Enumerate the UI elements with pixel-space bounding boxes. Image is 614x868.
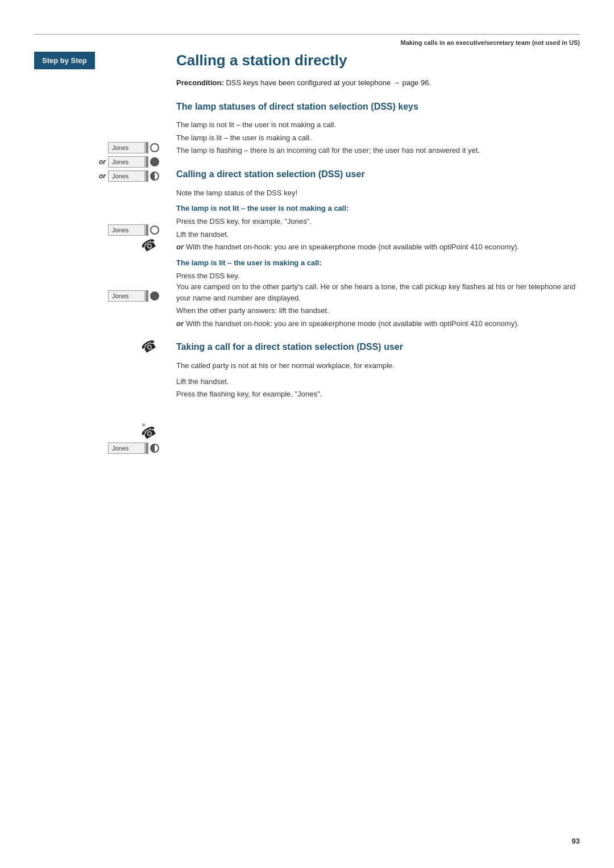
main-title: Calling a station directly: [176, 52, 580, 69]
jones-lit: Jones: [112, 293, 128, 299]
dss-box-2: Jones: [108, 156, 145, 168]
step-press-dss-lit: Press the DSS key.You are camped on to t…: [176, 270, 580, 304]
jones-label-1: Jones: [112, 144, 128, 151]
lamp-desc-2: The lamp is lit – the user is making a c…: [176, 132, 580, 144]
connector-flash: [146, 443, 148, 454]
connector-2: [146, 156, 148, 168]
handset-icon-row-1: ☎: [34, 238, 159, 253]
jones-flash: Jones: [112, 445, 128, 452]
lamp-statuses-section: The lamp statuses of direct station sele…: [176, 101, 580, 156]
connector-notlit: [146, 224, 148, 236]
jones-notlit: Jones: [112, 227, 128, 233]
handset-icon-2: ☎: [139, 336, 159, 357]
dss-key-flash: Jones: [34, 443, 159, 454]
dss-box-notlit: Jones: [108, 224, 145, 236]
lamp-desc-1: The lamp is not lit – the user is not ma…: [176, 119, 580, 131]
or-label-2: or: [99, 158, 106, 166]
lamp-flash: [150, 444, 159, 453]
speakerphone-lit-text: With the handset on-hook: you are in spe…: [186, 319, 519, 328]
or-label-3: or: [99, 172, 106, 180]
lamp-off-1: [150, 143, 159, 152]
step-press-flash: Press the flashing key, for example, "Jo…: [176, 389, 580, 400]
lamp-row-3: or Jones: [34, 170, 159, 182]
step-other-party: When the other party answers: lift the h…: [176, 305, 580, 316]
taking-call-section: Taking a call for a direct station selec…: [176, 341, 580, 399]
taking-call-text1: The called party is not at his or her no…: [176, 360, 580, 372]
handset-icon-1: ☎: [139, 235, 159, 256]
sidebar-col: Step by Step Jones or Jones: [34, 52, 159, 456]
handset-vibrate-row: ≋ ☎: [34, 425, 159, 440]
handset-icon-row-2: ☎: [34, 339, 159, 354]
connector-lit: [146, 290, 148, 302]
taking-call-title: Taking a call for a direct station selec…: [176, 341, 580, 353]
step-press-dss-notlit: Press the DSS key, for example, "Jones".: [176, 216, 580, 227]
lamp-lit-subtitle: The lamp is lit – the user is making a c…: [176, 258, 580, 267]
dss-key-lit: Jones: [34, 290, 159, 302]
step-lift-handset-notlit: Lift the handset.: [176, 229, 580, 240]
lamp-on-2: [150, 157, 159, 166]
lamp-section-title: The lamp statuses of direct station sele…: [176, 101, 580, 113]
step-speakerphone-notlit: orWith the handset on-hook: you are in s…: [176, 241, 580, 253]
lamp-notlit: [150, 226, 159, 235]
dss-note: Note the lamp status of the DSS key!: [176, 187, 580, 199]
jones-label-2: Jones: [112, 158, 128, 165]
dss-key-not-lit: Jones: [34, 224, 159, 236]
speakerphone-notlit-text: With the handset on-hook: you are in spe…: [186, 243, 519, 251]
precondition-text: DSS keys have been configured at your te…: [224, 78, 431, 87]
lamp-not-lit-subtitle: The lamp is not lit – the user is not ma…: [176, 204, 580, 212]
content-col: Calling a station directly Precondition:…: [159, 52, 580, 456]
lamp-half-3: [150, 172, 159, 181]
dss-box-flash: Jones: [108, 443, 145, 454]
lamp-lit: [150, 291, 159, 301]
dss-box-lit: Jones: [108, 290, 145, 302]
dss-box-1: Jones: [108, 142, 145, 153]
dss-user-title: Calling a direct station selection (DSS)…: [176, 169, 580, 181]
jones-label-3: Jones: [112, 173, 128, 180]
or-notlit: or: [176, 243, 184, 251]
lamp-row-2: or Jones: [34, 156, 159, 168]
step-lift-taking: Lift the handset.: [176, 376, 580, 387]
precondition-block: Precondition: DSS keys have been configu…: [176, 77, 580, 89]
connector-3: [146, 170, 148, 182]
page-number: 93: [572, 837, 580, 845]
lamp-row-1: Jones: [34, 142, 159, 153]
lamp-desc-3: The lamp is flashing – there is an incom…: [176, 145, 580, 156]
precondition-label: Precondition:: [176, 78, 224, 87]
page-header: Making calls in an executive/secretary t…: [0, 35, 614, 46]
connector-1: [146, 142, 148, 153]
dss-box-3: Jones: [108, 170, 145, 182]
step-by-step-box: Step by Step: [34, 52, 95, 69]
step-speakerphone-lit: orWith the handset on-hook: you are in s…: [176, 318, 580, 329]
dss-user-section: Calling a direct station selection (DSS)…: [176, 169, 580, 329]
or-lit: or: [176, 319, 184, 328]
